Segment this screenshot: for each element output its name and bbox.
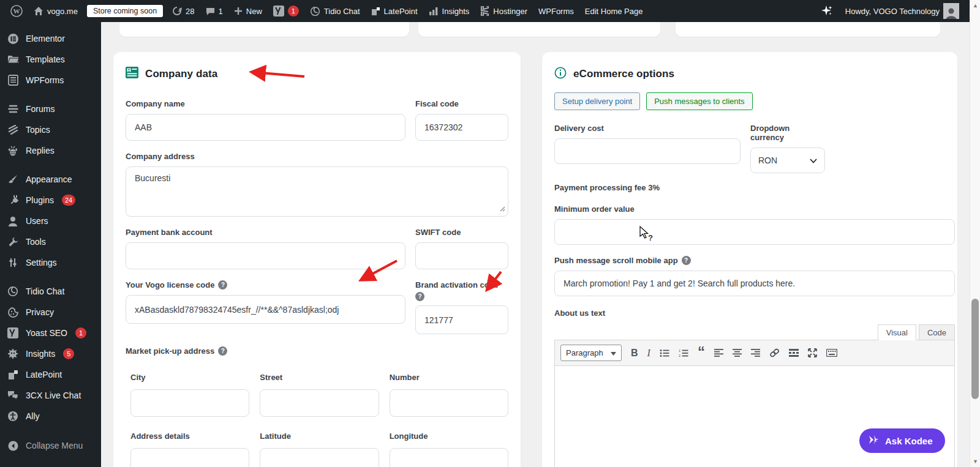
page-scrollbar[interactable]: ▲ ▼ <box>970 0 980 467</box>
setup-delivery-point-button[interactable]: Setup delivery point <box>554 92 640 110</box>
comments-menu[interactable]: 1 <box>200 0 228 22</box>
sidebar-label: Plugins <box>26 195 54 205</box>
sidebar-label: Settings <box>26 258 57 267</box>
help-icon[interactable]: ? <box>218 346 227 356</box>
scroll-up-icon[interactable]: ▲ <box>970 2 980 9</box>
minimum-order-value-label: Minimum order value <box>554 204 945 214</box>
sidebar-item-forums[interactable]: Forums <box>0 99 101 119</box>
howdy-account-menu[interactable]: Howdy, VOGO Technology <box>840 0 965 22</box>
sidebar-label: Elementor <box>26 34 65 43</box>
collapse-arrow-icon <box>7 439 19 452</box>
sidebar-item-settings[interactable]: Settings <box>0 252 101 273</box>
align-left-button[interactable] <box>714 349 723 357</box>
address-details-input[interactable] <box>130 448 249 467</box>
sidebar-item-tools[interactable]: Tools <box>0 231 101 252</box>
sidebar-item-wpforms[interactable]: WPForms <box>0 70 101 91</box>
bullet-list-button[interactable] <box>660 349 669 357</box>
help-icon[interactable]: ? <box>682 256 691 265</box>
panel-title: eCommerce options <box>573 68 674 80</box>
latepoint-menu[interactable]: LatePoint <box>366 0 423 22</box>
svg-text:1: 1 <box>679 349 680 353</box>
wordpress-logo-icon[interactable]: W <box>5 0 28 22</box>
monster-gear-icon <box>7 348 19 360</box>
align-right-button[interactable] <box>751 349 760 357</box>
sidebar-item-privacy[interactable]: Privacy <box>0 302 101 323</box>
sidebar-item-templates[interactable]: Templates <box>0 49 101 70</box>
minimum-order-value-input[interactable] <box>554 219 955 245</box>
fullscreen-button[interactable] <box>808 348 817 357</box>
street-input[interactable] <box>260 389 379 417</box>
edit-home-page-menu[interactable]: Edit Home Page <box>579 0 649 22</box>
latitude-input[interactable] <box>260 448 379 467</box>
sidebar-item-yoast-seo[interactable]: Yoast SEO 1 <box>0 323 101 343</box>
sidebar-item-elementor[interactable]: Elementor <box>0 28 101 49</box>
update-icon <box>172 6 182 16</box>
yoast-menu[interactable]: 1 <box>268 0 304 22</box>
company-name-input[interactable] <box>126 114 405 141</box>
keyboard-shortcuts-button[interactable] <box>826 349 837 357</box>
collapse-menu-button[interactable]: Collapse Menu <box>0 435 101 456</box>
bold-button[interactable]: B <box>631 348 638 359</box>
help-icon[interactable]: ? <box>415 292 424 301</box>
scrollbar-thumb[interactable] <box>971 299 979 399</box>
sidebar-item-replies[interactable]: Replies <box>0 140 101 161</box>
sidebar-item-ally[interactable]: Ally <box>0 406 101 427</box>
ai-sparkle-icon[interactable] <box>814 4 840 18</box>
wpforms-menu[interactable]: WPForms <box>533 0 579 22</box>
updates-menu[interactable]: 28 <box>167 0 200 22</box>
sidebar-label: Insights <box>26 349 55 359</box>
sidebar-item-appearance[interactable]: Appearance <box>0 169 101 190</box>
resize-grip-icon[interactable] <box>500 204 505 214</box>
howdy-label: Howdy, VOGO Technology <box>845 7 940 16</box>
sidebar-item-insights[interactable]: Insights 5 <box>0 343 101 364</box>
push-messages-button[interactable]: Push messages to clients <box>646 92 752 110</box>
tab-code[interactable]: Code <box>919 324 955 340</box>
tidio-chat-menu[interactable]: Tidio Chat <box>304 0 366 22</box>
delivery-cost-input[interactable] <box>554 138 741 164</box>
read-more-button[interactable] <box>789 349 799 357</box>
license-code-input[interactable] <box>126 295 405 324</box>
home-icon <box>34 6 43 16</box>
help-icon[interactable]: ? <box>218 280 227 290</box>
insights-menu[interactable]: Insights <box>423 0 475 22</box>
sidebar-item-users[interactable]: Users <box>0 211 101 231</box>
site-name-menu[interactable]: vogo.me <box>28 0 83 22</box>
sidebar-label: Ally <box>26 411 40 421</box>
numbered-list-button[interactable]: 12 <box>679 349 688 357</box>
city-input[interactable] <box>130 389 249 417</box>
store-coming-soon-badge[interactable]: Store coming soon <box>87 5 163 17</box>
blockquote-button[interactable]: “ <box>698 349 705 357</box>
italic-button[interactable]: I <box>647 348 650 359</box>
tab-visual[interactable]: Visual <box>878 324 916 340</box>
align-center-button[interactable] <box>733 349 742 357</box>
swift-code-input[interactable] <box>415 242 508 269</box>
paragraph-format-select[interactable]: Paragraph <box>560 345 622 361</box>
company-address-textarea[interactable]: Bucuresti <box>126 166 508 217</box>
sidebar-item-3cx-live-chat[interactable]: 3CX Live Chat <box>0 385 101 406</box>
sidebar-item-latepoint[interactable]: LatePoint <box>0 364 101 385</box>
sidebar-label: Appearance <box>26 174 72 184</box>
currency-value: RON <box>758 155 777 165</box>
fiscal-code-input[interactable] <box>415 114 508 141</box>
brand-activation-code-input[interactable] <box>415 305 508 334</box>
sliders-icon <box>7 256 19 269</box>
hostinger-menu[interactable]: Hostinger <box>475 0 533 22</box>
company-address-label: Company address <box>126 152 508 161</box>
currency-select[interactable]: RON <box>750 148 825 173</box>
payment-bank-account-input[interactable] <box>126 242 405 269</box>
topics-icon <box>7 124 19 136</box>
sidebar-item-tidio-chat[interactable]: Tidio Chat <box>0 281 101 302</box>
scroll-down-icon[interactable]: ▼ <box>970 458 980 465</box>
admin-bar: W vogo.me Store coming soon 28 1 New 1 T… <box>0 0 970 22</box>
latepoint-icon <box>371 7 380 16</box>
longitude-input[interactable] <box>390 448 508 467</box>
ask-kodee-button[interactable]: Ask Kodee <box>859 428 945 453</box>
sidebar-item-plugins[interactable]: Plugins 24 <box>0 190 101 211</box>
link-button[interactable] <box>769 348 780 357</box>
push-message-input[interactable] <box>554 271 955 296</box>
sidebar-item-topics[interactable]: Topics <box>0 119 101 140</box>
sidebar-label: Users <box>26 216 48 226</box>
new-content-menu[interactable]: New <box>228 0 268 22</box>
number-input[interactable] <box>390 389 508 417</box>
select-arrow-icon <box>611 348 616 357</box>
